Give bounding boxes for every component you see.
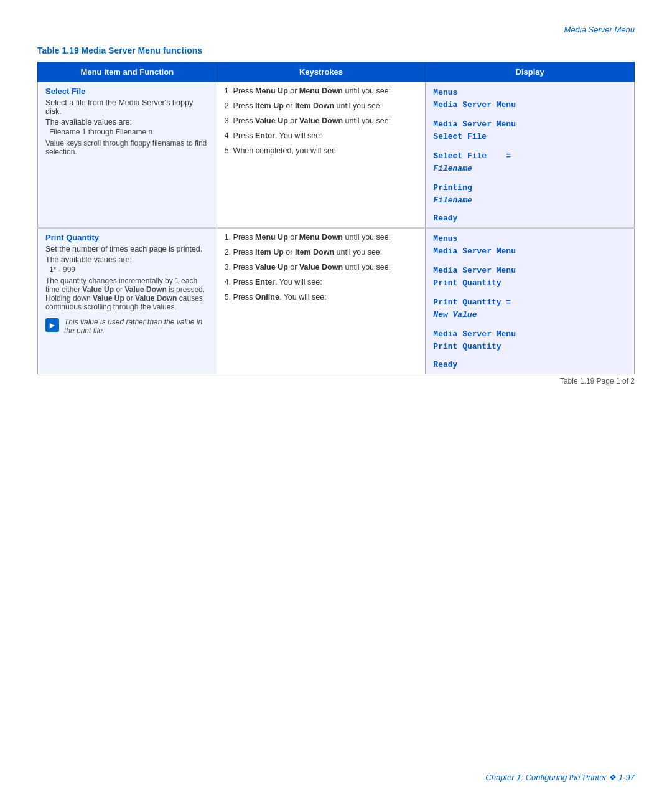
menu-values: Filename 1 through Filename n [49,128,209,136]
display-2: Media Server MenuPrint Quantity [433,265,627,289]
display-2: Media Server MenuSelect File [433,118,627,143]
table-row: Select File Select a file from the Media… [38,82,635,229]
footer-page: 1-97 [618,773,635,782]
menu-note: The quantity changes incrementally by 1 … [45,276,209,311]
step-5: 5. When completed, you will see: [225,146,418,155]
display-print-quantity: MenusMedia Server Menu Media Server Menu… [426,228,635,374]
menu-values: 1* - 999 [49,265,209,274]
menu-item-desc: Select a file from the Media Server's fl… [45,98,209,116]
arrow-icon: ► [48,320,57,330]
note-text: This value is used rather than the value… [64,318,209,335]
note-box: ► This value is used rather than the val… [45,318,209,335]
menu-item-select-file: Select File Select a file from the Media… [38,82,217,229]
menu-note: Value keys scroll through floppy filenam… [45,139,209,156]
step-1: 1. Press Menu Up or Menu Down until you … [225,87,418,95]
footer-symbol: ❖ [609,773,618,782]
keystrokes-print-quantity: 1. Press Menu Up or Menu Down until you … [217,228,426,374]
step-2: 2. Press Item Up or Item Down until you … [225,101,418,110]
display-3: Select File =Filename [433,150,627,174]
step-3: 3. Press Value Up or Value Down until yo… [225,116,418,125]
display-4: Media Server MenuPrint Quantity [433,328,627,352]
display-select-file: MenusMedia Server Menu Media Server Menu… [426,82,635,229]
display-1: MenusMedia Server Menu [433,87,627,111]
table-footer: Table 1.19 Page 1 of 2 [37,377,635,385]
page-footer: Chapter 1: Configuring the Printer ❖ 1-9… [485,773,635,782]
step-1: 1. Press Menu Up or Menu Down until you … [225,233,418,242]
main-table: Menu Item and Function Keystrokes Displa… [37,62,635,374]
display-1: MenusMedia Server Menu [433,233,627,257]
menu-item-title: Select File [45,87,209,96]
step-3: 3. Press Value Up or Value Down until yo… [225,263,418,271]
display-3: Print Quantity =New Value [433,296,627,321]
menu-item-desc: Set the number of times each page is pri… [45,245,209,253]
table-row: Print Quantity Set the number of times e… [38,228,635,374]
col-header-keys: Keystrokes [217,62,426,82]
note-icon: ► [45,318,59,332]
col-header-menu: Menu Item and Function [38,62,217,82]
menu-item-print-quantity: Print Quantity Set the number of times e… [38,228,217,374]
step-5: 5. Press Online. You will see: [225,293,418,301]
menu-values-label: The available values are: [45,118,209,126]
step-4: 4. Press Enter. You will see: [225,278,418,286]
menu-values-label: The available values are: [45,255,209,264]
page-header: Media Server Menu [37,25,635,34]
keystrokes-select-file: 1. Press Menu Up or Menu Down until you … [217,82,426,229]
menu-item-title: Print Quantity [45,233,209,242]
step-4: 4. Press Enter. You will see: [225,131,418,140]
footer-chapter: Chapter 1: Configuring the Printer [485,773,606,782]
display-4: PrintingFilename [433,182,627,206]
col-header-display: Display [426,62,635,82]
table-title: Table 1.19 Media Server Menu functions [37,45,635,55]
display-5: Ready [433,360,627,369]
step-2: 2. Press Item Up or Item Down until you … [225,248,418,257]
display-5: Ready [433,214,627,223]
header-title: Media Server Menu [564,25,635,34]
